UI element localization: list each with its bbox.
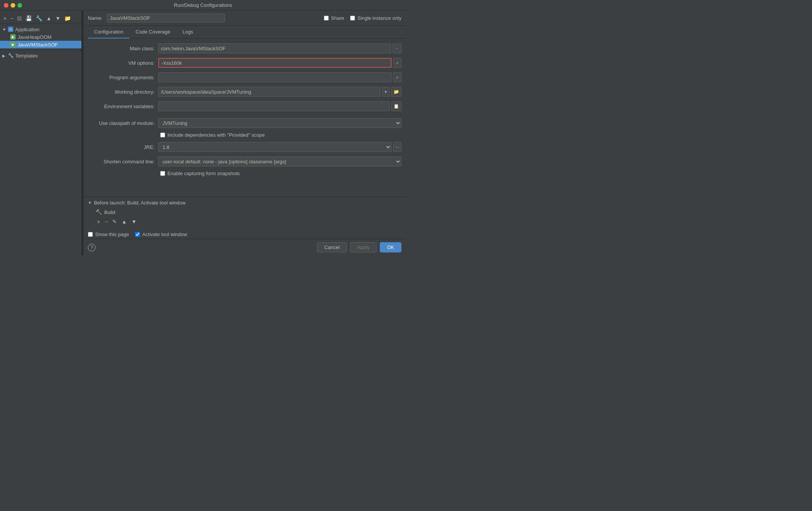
sidebar: + − ⊡ 💾 🔧 ▲ ▼ 📁 ▼ A Application ▶ JavaHe…: [0, 11, 82, 256]
build-hammer-icon: 🔨: [96, 209, 102, 215]
arrow-expanded-icon: ▼: [2, 27, 8, 32]
env-vars-label: Environment variables:: [88, 104, 158, 109]
share-checkbox-group: Share: [324, 15, 344, 21]
wrench-icon: 🔧: [8, 53, 14, 59]
minimize-button[interactable]: [11, 3, 15, 8]
sidebar-item-application[interactable]: ▼ A Application: [0, 26, 81, 33]
tab-code-coverage[interactable]: Code Coverage: [129, 26, 176, 38]
footer: ? Cancel Apply OK: [83, 239, 406, 256]
jre-browse-button[interactable]: ···: [393, 142, 401, 152]
bl-down-button[interactable]: ▼: [130, 218, 138, 225]
activate-tool-window-checkbox[interactable]: [135, 232, 140, 237]
include-deps-checkbox[interactable]: [160, 133, 165, 137]
application-icon: A: [8, 26, 14, 32]
bl-edit-button[interactable]: ✎: [111, 218, 118, 225]
show-this-page-checkbox[interactable]: [88, 232, 93, 237]
include-deps-label[interactable]: Include dependencies with "Provided" sco…: [167, 132, 265, 138]
main-class-control: ···: [158, 43, 401, 53]
title-bar: Run/Debug Configurations: [0, 0, 406, 11]
env-vars-row: Environment variables: 📋: [88, 101, 401, 112]
javavmstacksof-label: JavaVMStackSOF: [18, 42, 58, 48]
form-snapshots-label[interactable]: Enable capturing form snapshots: [167, 171, 240, 176]
jre-control: 1.8 ···: [158, 142, 401, 152]
working-dir-browse-button[interactable]: 📁: [391, 87, 401, 97]
run-icon-heap: ▶: [10, 34, 16, 40]
remove-config-button[interactable]: −: [9, 14, 14, 22]
before-launch-header[interactable]: ▼ Before launch: Build, Activate tool wi…: [88, 200, 401, 206]
form-snapshots-row: Enable capturing form snapshots: [160, 171, 401, 176]
shorten-cmd-control: user-local default: none - java [options…: [158, 156, 401, 166]
tab-logs[interactable]: Logs: [176, 26, 199, 38]
name-input[interactable]: [107, 14, 225, 22]
vm-options-input[interactable]: [158, 58, 392, 68]
down-button[interactable]: ▼: [54, 14, 62, 22]
apply-button[interactable]: Apply: [350, 242, 377, 252]
before-launch-toolbar: + − ✎ ▲ ▼: [88, 216, 401, 227]
footer-right: Cancel Apply OK: [317, 242, 401, 252]
form-snapshots-checkbox[interactable]: [160, 171, 165, 176]
cancel-button[interactable]: Cancel: [317, 242, 347, 252]
configuration-form: Main class: ··· VM options: ⤢ Program ar…: [83, 38, 406, 196]
javaheapoom-label: JavaHeapOOM: [18, 34, 52, 40]
show-this-page-item: Show this page: [88, 232, 129, 237]
activate-tool-window-label[interactable]: Activate tool window: [142, 232, 187, 237]
traffic-lights: [4, 3, 22, 8]
header-row: Name: Share Single instance only: [83, 11, 406, 26]
save-config-button[interactable]: 💾: [24, 14, 33, 22]
shorten-cmd-select[interactable]: user-local default: none - java [options…: [158, 156, 401, 166]
single-instance-checkbox-group: Single instance only: [350, 15, 401, 21]
program-args-label: Program arguments:: [88, 75, 158, 80]
help-button[interactable]: ?: [88, 244, 96, 251]
main-class-row: Main class: ···: [88, 43, 401, 54]
build-item: 🔨 Build: [88, 208, 401, 216]
folder-config-button[interactable]: 📁: [63, 14, 72, 22]
working-dir-input[interactable]: [158, 87, 381, 97]
classpath-select[interactable]: JVMTuning: [158, 118, 401, 128]
jre-row: JRE: 1.8 ···: [88, 142, 401, 152]
bl-up-button[interactable]: ▲: [120, 218, 128, 225]
program-args-expand-button[interactable]: ⤢: [393, 72, 401, 82]
vm-options-label: VM options:: [88, 60, 158, 66]
working-dir-label: Working directory:: [88, 89, 158, 95]
maximize-button[interactable]: [18, 3, 22, 8]
add-config-button[interactable]: +: [2, 14, 8, 22]
up-button[interactable]: ▲: [45, 14, 53, 22]
before-launch-label: Before launch: Build, Activate tool wind…: [94, 200, 186, 206]
application-label: Application: [15, 27, 40, 32]
bl-remove-button[interactable]: −: [103, 218, 109, 225]
arrow-collapsed-icon: ▶: [2, 54, 8, 58]
env-vars-browse-button[interactable]: 📋: [391, 101, 401, 111]
share-label[interactable]: Share: [331, 15, 344, 21]
before-launch-arrow-icon: ▼: [88, 201, 92, 205]
copy-config-button[interactable]: ⊡: [16, 14, 23, 22]
window-title: Run/Debug Configurations: [174, 2, 232, 8]
single-instance-label[interactable]: Single instance only: [357, 15, 401, 21]
vm-options-row: VM options: ⤢: [88, 57, 401, 68]
working-dir-dropdown-button[interactable]: ▾: [382, 87, 390, 97]
share-checkbox[interactable]: [324, 16, 329, 21]
show-this-page-label[interactable]: Show this page: [95, 232, 129, 237]
before-launch-section: ▼ Before launch: Build, Activate tool wi…: [83, 196, 406, 230]
main-class-label: Main class:: [88, 46, 158, 51]
ok-button[interactable]: OK: [380, 242, 401, 252]
main-class-expand-button[interactable]: ···: [393, 43, 401, 53]
working-dir-row: Working directory: ▾ 📁: [88, 86, 401, 97]
run-icon-stack: ▶: [10, 42, 16, 48]
tab-configuration[interactable]: Configuration: [88, 26, 129, 38]
sidebar-item-templates[interactable]: ▶ 🔧 Templates: [0, 52, 81, 59]
jre-select[interactable]: 1.8: [158, 142, 392, 152]
vm-options-expand-button[interactable]: ⤢: [393, 58, 401, 68]
env-vars-control: 📋: [158, 101, 401, 111]
program-args-input[interactable]: [158, 72, 392, 82]
activate-tool-window-item: Activate tool window: [135, 232, 187, 237]
move-config-button[interactable]: 🔧: [35, 14, 43, 22]
program-args-control: ⤢: [158, 72, 401, 82]
close-button[interactable]: [4, 3, 8, 8]
sidebar-item-javavmstacksof[interactable]: ▶ JavaVMStackSOF: [0, 41, 81, 48]
main-class-input[interactable]: [158, 43, 391, 53]
single-instance-checkbox[interactable]: [350, 16, 355, 21]
bl-add-button[interactable]: +: [96, 218, 102, 225]
sidebar-item-javaheapoom[interactable]: ▶ JavaHeapOOM: [0, 33, 81, 41]
classpath-control: JVMTuning: [158, 118, 401, 128]
env-vars-input[interactable]: [158, 101, 390, 111]
